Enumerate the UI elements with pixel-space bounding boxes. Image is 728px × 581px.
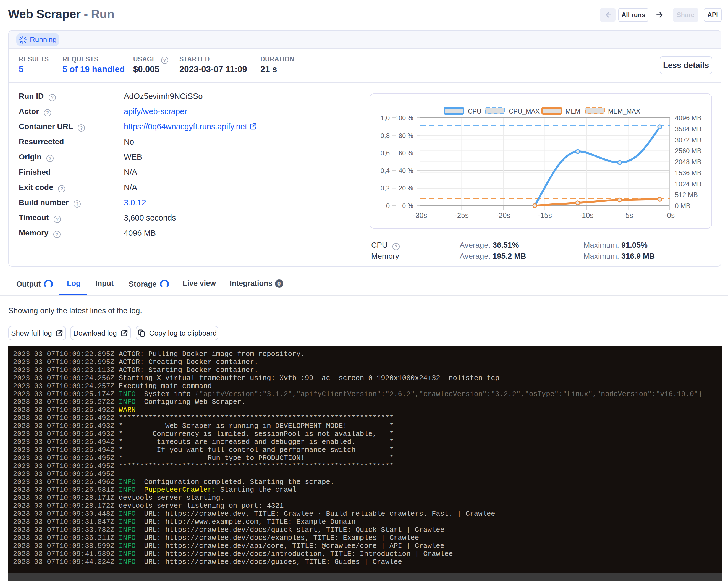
- svg-text:-30s: -30s: [413, 211, 427, 219]
- svg-text:2560 MB: 2560 MB: [675, 147, 701, 155]
- svg-text:0,6: 0,6: [381, 149, 390, 157]
- svg-text:100 %: 100 %: [395, 114, 413, 122]
- svg-text:-5s: -5s: [623, 211, 633, 219]
- svg-text:3584 MB: 3584 MB: [675, 125, 701, 133]
- svg-text:0,4: 0,4: [381, 167, 390, 175]
- svg-text:0,8: 0,8: [381, 132, 390, 139]
- svg-text:0 MB: 0 MB: [675, 202, 691, 210]
- svg-text:3072 MB: 3072 MB: [675, 136, 701, 144]
- svg-text:-25s: -25s: [454, 211, 469, 219]
- svg-text:0: 0: [386, 202, 390, 210]
- svg-text:-0s: -0s: [665, 211, 675, 219]
- svg-text:1,0: 1,0: [381, 114, 390, 122]
- svg-text:-10s: -10s: [579, 211, 594, 219]
- svg-text:CPU: CPU: [468, 108, 482, 115]
- svg-text:512 MB: 512 MB: [675, 191, 698, 199]
- svg-text:0 %: 0 %: [402, 202, 413, 210]
- svg-text:-20s: -20s: [496, 211, 511, 219]
- svg-text:CPU_MAX: CPU_MAX: [509, 108, 540, 115]
- svg-text:40 %: 40 %: [399, 167, 413, 175]
- svg-text:4096 MB: 4096 MB: [675, 114, 701, 122]
- svg-text:0,2: 0,2: [381, 184, 390, 192]
- svg-text:20 %: 20 %: [399, 185, 413, 192]
- svg-text:MEM_MAX: MEM_MAX: [608, 108, 640, 115]
- svg-text:2048 MB: 2048 MB: [675, 158, 701, 165]
- svg-text:1536 MB: 1536 MB: [675, 169, 701, 177]
- svg-text:1024 MB: 1024 MB: [675, 180, 701, 188]
- svg-text:-15s: -15s: [538, 211, 552, 219]
- svg-text:80 %: 80 %: [399, 132, 413, 139]
- svg-text:MEM: MEM: [566, 108, 580, 115]
- svg-text:60 %: 60 %: [399, 150, 413, 157]
